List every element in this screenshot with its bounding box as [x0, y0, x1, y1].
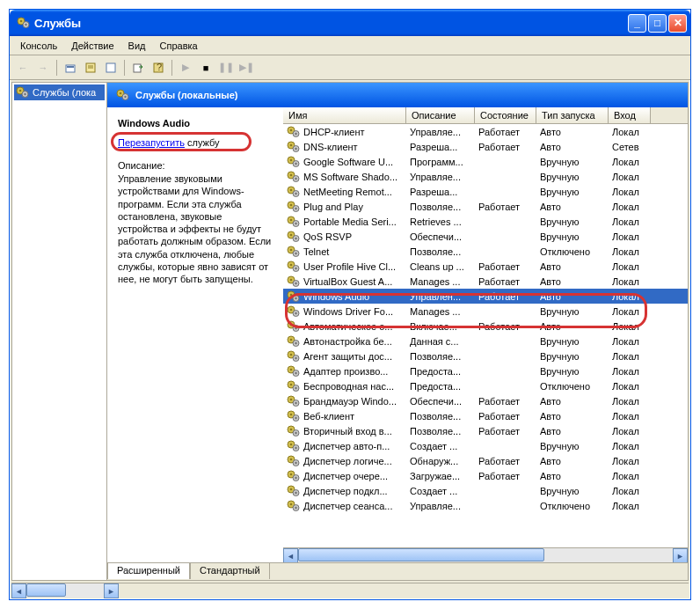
services-window: Службы _ □ ✕ Консоль Действие Вид Справк…	[9, 9, 691, 600]
titlebar[interactable]: Службы _ □ ✕	[10, 10, 690, 36]
export-button[interactable]	[128, 58, 148, 77]
table-row[interactable]: Адаптер произво...Предоста...ВручнуюЛока…	[283, 363, 688, 378]
restart-link[interactable]: Перезапустить	[118, 137, 185, 148]
table-row[interactable]: QoS RSVPОбеспечи...ВручнуюЛокал	[283, 229, 688, 244]
up-button[interactable]	[61, 58, 80, 77]
stop-button[interactable]: ■	[196, 58, 215, 77]
table-row[interactable]: Автонастройка бе...Данная с...ВручнуюЛок…	[283, 334, 688, 349]
table-row[interactable]: Portable Media Seri...Retrieves ...Вручн…	[283, 214, 688, 229]
menu-view[interactable]: Вид	[121, 39, 153, 53]
gear-icon	[287, 334, 301, 349]
gear-icon	[287, 394, 301, 408]
nav-fwd-button[interactable]: →	[33, 58, 53, 77]
table-row[interactable]: Диспетчер авто-п...Создает ...ВручнуюЛок…	[283, 438, 688, 453]
start-button[interactable]: ▶	[176, 58, 195, 77]
col-state[interactable]: Состояние	[475, 107, 536, 123]
table-row[interactable]: Google Software U...Программ...ВручнуюЛо…	[283, 154, 688, 169]
scroll-thumb[interactable]	[26, 583, 66, 597]
menu-console[interactable]: Консоль	[13, 39, 64, 53]
properties-button[interactable]	[81, 58, 100, 77]
scroll-thumb[interactable]	[298, 548, 544, 561]
col-name[interactable]: Имя	[283, 107, 406, 123]
scroll-right-button[interactable]: ►	[104, 583, 119, 598]
help-button[interactable]: ?	[149, 58, 168, 77]
tree-hscroll[interactable]: ◄ ►	[11, 583, 689, 598]
service-actions: Перезапустить службу	[118, 137, 273, 148]
table-row[interactable]: MS Software Shado...Управляе...ВручнуюЛо…	[283, 169, 688, 184]
table-row[interactable]: Брандмауэр Windo...Обеспечи...РаботаетАв…	[283, 393, 688, 408]
window-title: Службы	[34, 17, 628, 30]
tab-standard[interactable]: Стандартный	[190, 562, 270, 579]
detail-pane: Службы (локальные) Windows Audio Перезап…	[107, 83, 688, 580]
list-hscroll[interactable]: ◄ ►	[283, 547, 688, 562]
table-row[interactable]: DHCP-клиентУправляе...РаботаетАвтоЛокал	[283, 124, 688, 139]
gear-icon	[287, 409, 301, 423]
table-row[interactable]: Windows Driver Fo...Manages ...ВручнуюЛо…	[283, 304, 688, 319]
tab-extended[interactable]: Расширенный	[107, 562, 190, 579]
gear-icon	[287, 349, 301, 363]
pause-button[interactable]: ❚❚	[216, 58, 236, 77]
description-label: Описание:	[118, 160, 273, 171]
gear-icon	[287, 275, 301, 289]
menu-help[interactable]: Справка	[153, 39, 205, 53]
table-row[interactable]: VirtualBox Guest A...Manages ...Работает…	[283, 274, 688, 289]
table-row[interactable]: Диспетчер логиче...Обнаруж...РаботаетАвт…	[283, 453, 688, 468]
gear-icon	[287, 230, 301, 244]
table-row[interactable]: Вторичный вход в...Позволяе...РаботаетАв…	[283, 423, 688, 438]
gear-icon	[287, 454, 301, 468]
gear-icon	[287, 215, 301, 229]
gear-icon	[287, 364, 301, 378]
table-row[interactable]: Диспетчер очере...Загружае...РаботаетАвт…	[283, 468, 688, 483]
table-row[interactable]: DNS-клиентРазреша...РаботаетАвтоСетев	[283, 139, 688, 154]
svg-text:?: ?	[157, 62, 162, 72]
table-row[interactable]: Windows AudioУправлен...РаботаетАвтоЛока…	[283, 289, 688, 304]
table-row[interactable]: User Profile Hive Cl...Cleans up ...Рабо…	[283, 259, 688, 274]
table-row[interactable]: Plug and PlayПозволяе...РаботаетАвтоЛока…	[283, 199, 688, 214]
gear-icon	[287, 469, 301, 483]
scroll-right-button[interactable]: ►	[673, 548, 688, 562]
gear-icon	[287, 170, 301, 184]
tree-pane[interactable]: Службы (лока	[12, 83, 107, 580]
gear-icon	[287, 484, 301, 498]
info-pane: Windows Audio Перезапустить службу Описа…	[107, 107, 283, 562]
svg-rect-9	[106, 63, 115, 72]
table-row[interactable]: Беспроводная нас...Предоста...ОтключеноЛ…	[283, 378, 688, 393]
list-body[interactable]: DHCP-клиентУправляе...РаботаетАвтоЛокалD…	[283, 124, 688, 547]
gear-icon	[287, 439, 301, 453]
tree-item-services-local[interactable]: Службы (лока	[14, 84, 105, 100]
nav-back-button[interactable]: ←	[13, 58, 33, 77]
gear-icon	[16, 85, 30, 99]
list-header: Имя Описание Состояние Тип запуска Вход	[283, 107, 688, 124]
table-row[interactable]: Агент защиты дос...Позволяе...ВручнуюЛок…	[283, 349, 688, 363]
table-row[interactable]: NetMeeting Remot...Разреша...ВручнуюЛока…	[283, 184, 688, 199]
svg-rect-10	[134, 64, 141, 72]
gear-icon	[287, 304, 301, 319]
close-button[interactable]: ✕	[668, 14, 687, 33]
table-row[interactable]: TelnetПозволяе...ОтключеноЛокал	[283, 244, 688, 259]
gear-icon	[287, 499, 301, 513]
col-logon[interactable]: Вход	[609, 107, 651, 123]
gear-icon	[287, 200, 301, 214]
services-icon	[17, 16, 31, 30]
minimize-button[interactable]: _	[628, 14, 646, 33]
scroll-left-button[interactable]: ◄	[283, 548, 298, 562]
gear-icon	[287, 379, 301, 393]
view-tabs: Расширенный Стандартный	[107, 562, 688, 580]
description-text: Управление звуковыми устройствами для Wi…	[118, 172, 273, 286]
restart-button[interactable]: ▶❚	[237, 58, 256, 77]
table-row[interactable]: Веб-клиентПозволяе...РаботаетАвтоЛокал	[283, 408, 688, 423]
refresh-button[interactable]	[101, 58, 120, 77]
menu-action[interactable]: Действие	[64, 39, 120, 53]
gear-icon	[287, 155, 301, 169]
gear-icon	[287, 424, 301, 438]
table-row[interactable]: Автоматическое о...Включае...РаботаетАвт…	[283, 319, 688, 334]
col-start[interactable]: Тип запуска	[536, 107, 609, 123]
col-desc[interactable]: Описание	[406, 107, 475, 123]
maximize-button[interactable]: □	[648, 14, 667, 33]
table-row[interactable]: Диспетчер подкл...Создает ...ВручнуюЛока…	[283, 483, 688, 498]
gear-icon	[287, 290, 301, 304]
content-area: Службы (лока Службы (локальные) Windows …	[11, 82, 689, 581]
table-row[interactable]: Диспетчер сеанса...Управляе...ОтключеноЛ…	[283, 498, 688, 513]
gear-icon	[287, 185, 301, 199]
scroll-left-button[interactable]: ◄	[11, 583, 26, 598]
